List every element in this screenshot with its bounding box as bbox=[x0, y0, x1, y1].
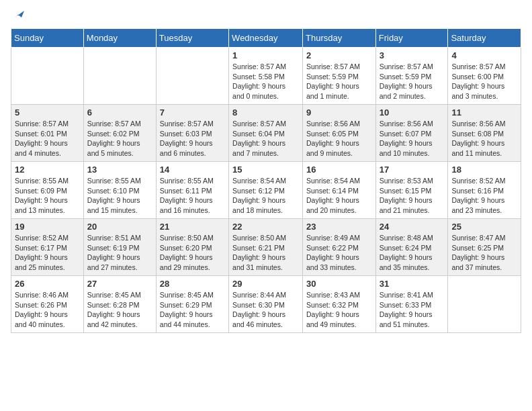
calendar-week-row: 19Sunrise: 8:52 AM Sunset: 6:17 PM Dayli… bbox=[11, 219, 521, 276]
calendar-cell: 16Sunrise: 8:54 AM Sunset: 6:14 PM Dayli… bbox=[303, 162, 376, 219]
day-number: 12 bbox=[15, 165, 80, 175]
weekday-header: Tuesday bbox=[156, 29, 228, 48]
day-number: 26 bbox=[15, 279, 80, 289]
weekday-header: Saturday bbox=[448, 29, 521, 48]
day-number: 28 bbox=[160, 279, 225, 289]
calendar-cell bbox=[83, 48, 156, 105]
day-number: 25 bbox=[451, 222, 517, 232]
weekday-header: Wednesday bbox=[229, 29, 303, 48]
day-content: Sunrise: 8:54 AM Sunset: 6:14 PM Dayligh… bbox=[306, 176, 372, 216]
day-number: 19 bbox=[15, 222, 80, 232]
day-content: Sunrise: 8:57 AM Sunset: 5:59 PM Dayligh… bbox=[380, 62, 445, 101]
calendar-cell: 31Sunrise: 8:41 AM Sunset: 6:33 PM Dayli… bbox=[375, 276, 448, 333]
day-content: Sunrise: 8:55 AM Sunset: 6:09 PM Dayligh… bbox=[15, 176, 80, 216]
day-number: 8 bbox=[232, 107, 299, 118]
day-number: 17 bbox=[380, 165, 445, 175]
day-number: 20 bbox=[87, 222, 152, 232]
calendar-week-row: 26Sunrise: 8:46 AM Sunset: 6:26 PM Dayli… bbox=[11, 276, 521, 333]
day-content: Sunrise: 8:55 AM Sunset: 6:10 PM Dayligh… bbox=[87, 176, 152, 216]
calendar-cell: 18Sunrise: 8:52 AM Sunset: 6:16 PM Dayli… bbox=[448, 162, 521, 219]
day-content: Sunrise: 8:50 AM Sunset: 6:21 PM Dayligh… bbox=[232, 233, 299, 273]
day-content: Sunrise: 8:46 AM Sunset: 6:26 PM Dayligh… bbox=[15, 290, 80, 330]
day-content: Sunrise: 8:44 AM Sunset: 6:30 PM Dayligh… bbox=[232, 290, 299, 330]
calendar-week-row: 5Sunrise: 8:57 AM Sunset: 6:01 PM Daylig… bbox=[11, 105, 521, 162]
weekday-header: Monday bbox=[83, 29, 156, 48]
calendar-cell: 14Sunrise: 8:55 AM Sunset: 6:11 PM Dayli… bbox=[156, 162, 228, 219]
calendar-cell: 26Sunrise: 8:46 AM Sunset: 6:26 PM Dayli… bbox=[11, 276, 84, 333]
day-number: 31 bbox=[380, 279, 445, 289]
day-number: 11 bbox=[451, 107, 517, 118]
calendar-cell: 17Sunrise: 8:53 AM Sunset: 6:15 PM Dayli… bbox=[375, 162, 448, 219]
calendar-cell bbox=[11, 48, 84, 105]
day-content: Sunrise: 8:43 AM Sunset: 6:32 PM Dayligh… bbox=[306, 290, 372, 330]
day-number: 6 bbox=[87, 107, 152, 118]
calendar-table: SundayMondayTuesdayWednesdayThursdayFrid… bbox=[11, 28, 521, 333]
day-content: Sunrise: 8:57 AM Sunset: 5:59 PM Dayligh… bbox=[306, 62, 372, 101]
day-content: Sunrise: 8:50 AM Sunset: 6:20 PM Dayligh… bbox=[160, 233, 225, 273]
day-number: 10 bbox=[380, 107, 445, 118]
day-number: 29 bbox=[232, 279, 299, 289]
day-number: 3 bbox=[380, 50, 445, 60]
logo bbox=[11, 11, 24, 20]
day-number: 30 bbox=[306, 279, 372, 289]
calendar-cell: 23Sunrise: 8:49 AM Sunset: 6:22 PM Dayli… bbox=[303, 219, 376, 276]
day-number: 4 bbox=[451, 50, 517, 60]
day-content: Sunrise: 8:52 AM Sunset: 6:16 PM Dayligh… bbox=[451, 176, 517, 216]
calendar-cell: 6Sunrise: 8:57 AM Sunset: 6:02 PM Daylig… bbox=[83, 105, 156, 162]
day-content: Sunrise: 8:45 AM Sunset: 6:29 PM Dayligh… bbox=[160, 290, 225, 330]
day-content: Sunrise: 8:57 AM Sunset: 6:00 PM Dayligh… bbox=[451, 62, 517, 101]
day-content: Sunrise: 8:57 AM Sunset: 5:58 PM Dayligh… bbox=[232, 62, 299, 101]
day-number: 27 bbox=[87, 279, 152, 289]
calendar-cell: 21Sunrise: 8:50 AM Sunset: 6:20 PM Dayli… bbox=[156, 219, 228, 276]
day-number: 1 bbox=[232, 50, 299, 60]
calendar-cell: 11Sunrise: 8:56 AM Sunset: 6:08 PM Dayli… bbox=[448, 105, 521, 162]
day-content: Sunrise: 8:41 AM Sunset: 6:33 PM Dayligh… bbox=[380, 290, 445, 330]
day-number: 14 bbox=[160, 165, 225, 175]
logo-bird-icon bbox=[12, 8, 24, 20]
calendar-cell: 15Sunrise: 8:54 AM Sunset: 6:12 PM Dayli… bbox=[229, 162, 303, 219]
calendar-cell: 27Sunrise: 8:45 AM Sunset: 6:28 PM Dayli… bbox=[83, 276, 156, 333]
calendar-cell: 19Sunrise: 8:52 AM Sunset: 6:17 PM Dayli… bbox=[11, 219, 84, 276]
day-content: Sunrise: 8:57 AM Sunset: 6:04 PM Dayligh… bbox=[232, 119, 299, 158]
calendar-cell: 1Sunrise: 8:57 AM Sunset: 5:58 PM Daylig… bbox=[229, 48, 303, 105]
page-header bbox=[11, 11, 521, 20]
day-number: 5 bbox=[15, 107, 80, 118]
day-number: 13 bbox=[87, 165, 152, 175]
day-content: Sunrise: 8:52 AM Sunset: 6:17 PM Dayligh… bbox=[15, 233, 80, 273]
day-content: Sunrise: 8:57 AM Sunset: 6:03 PM Dayligh… bbox=[160, 119, 225, 158]
calendar-cell bbox=[448, 276, 521, 333]
calendar-cell: 4Sunrise: 8:57 AM Sunset: 6:00 PM Daylig… bbox=[448, 48, 521, 105]
weekday-header: Sunday bbox=[11, 29, 84, 48]
weekday-header: Friday bbox=[375, 29, 448, 48]
calendar-cell: 10Sunrise: 8:56 AM Sunset: 6:07 PM Dayli… bbox=[375, 105, 448, 162]
calendar-cell: 7Sunrise: 8:57 AM Sunset: 6:03 PM Daylig… bbox=[156, 105, 228, 162]
day-content: Sunrise: 8:57 AM Sunset: 6:02 PM Dayligh… bbox=[87, 119, 152, 158]
calendar-cell: 28Sunrise: 8:45 AM Sunset: 6:29 PM Dayli… bbox=[156, 276, 228, 333]
day-content: Sunrise: 8:45 AM Sunset: 6:28 PM Dayligh… bbox=[87, 290, 152, 330]
day-content: Sunrise: 8:56 AM Sunset: 6:08 PM Dayligh… bbox=[451, 119, 517, 158]
weekday-header: Thursday bbox=[303, 29, 376, 48]
day-number: 2 bbox=[306, 50, 372, 60]
calendar-cell: 29Sunrise: 8:44 AM Sunset: 6:30 PM Dayli… bbox=[229, 276, 303, 333]
calendar-cell: 2Sunrise: 8:57 AM Sunset: 5:59 PM Daylig… bbox=[303, 48, 376, 105]
day-content: Sunrise: 8:53 AM Sunset: 6:15 PM Dayligh… bbox=[380, 176, 445, 216]
day-content: Sunrise: 8:48 AM Sunset: 6:24 PM Dayligh… bbox=[380, 233, 445, 273]
day-number: 21 bbox=[160, 222, 225, 232]
day-content: Sunrise: 8:56 AM Sunset: 6:05 PM Dayligh… bbox=[306, 119, 372, 158]
calendar-cell: 24Sunrise: 8:48 AM Sunset: 6:24 PM Dayli… bbox=[375, 219, 448, 276]
day-content: Sunrise: 8:47 AM Sunset: 6:25 PM Dayligh… bbox=[451, 233, 517, 273]
day-number: 22 bbox=[232, 222, 299, 232]
day-number: 24 bbox=[380, 222, 445, 232]
day-number: 23 bbox=[306, 222, 372, 232]
day-number: 15 bbox=[232, 165, 299, 175]
calendar-cell: 5Sunrise: 8:57 AM Sunset: 6:01 PM Daylig… bbox=[11, 105, 84, 162]
calendar-cell: 30Sunrise: 8:43 AM Sunset: 6:32 PM Dayli… bbox=[303, 276, 376, 333]
day-content: Sunrise: 8:54 AM Sunset: 6:12 PM Dayligh… bbox=[232, 176, 299, 216]
calendar-cell: 8Sunrise: 8:57 AM Sunset: 6:04 PM Daylig… bbox=[229, 105, 303, 162]
day-number: 16 bbox=[306, 165, 372, 175]
calendar-header-row: SundayMondayTuesdayWednesdayThursdayFrid… bbox=[11, 29, 521, 48]
day-content: Sunrise: 8:51 AM Sunset: 6:19 PM Dayligh… bbox=[87, 233, 152, 273]
day-number: 7 bbox=[160, 107, 225, 118]
day-content: Sunrise: 8:56 AM Sunset: 6:07 PM Dayligh… bbox=[380, 119, 445, 158]
day-content: Sunrise: 8:55 AM Sunset: 6:11 PM Dayligh… bbox=[160, 176, 225, 216]
